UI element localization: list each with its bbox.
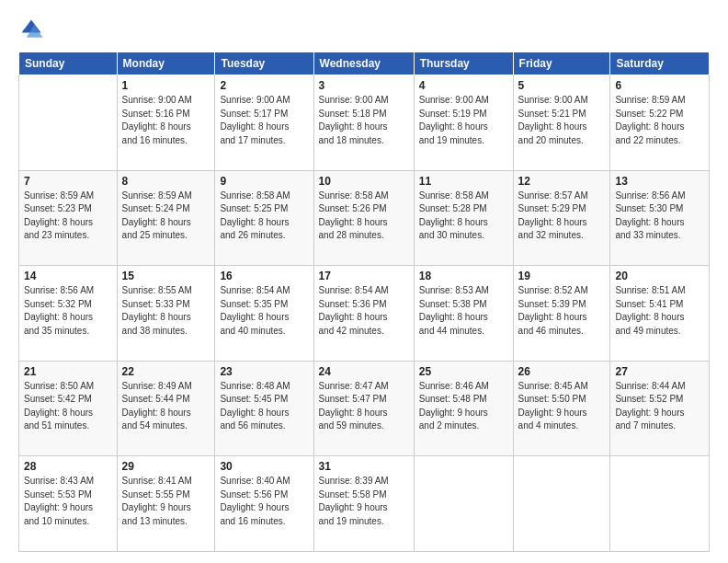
calendar-week-row: 21Sunrise: 8:50 AMSunset: 5:42 PMDayligh…	[19, 361, 710, 456]
calendar-cell: 2Sunrise: 9:00 AMSunset: 5:17 PMDaylight…	[215, 75, 313, 171]
calendar-cell: 21Sunrise: 8:50 AMSunset: 5:42 PMDayligh…	[19, 361, 118, 456]
day-info: Sunrise: 8:55 AMSunset: 5:33 PMDaylight:…	[122, 284, 210, 338]
day-number: 15	[122, 270, 210, 282]
calendar-cell: 23Sunrise: 8:48 AMSunset: 5:45 PMDayligh…	[215, 361, 313, 456]
day-info: Sunrise: 9:00 AMSunset: 5:19 PMDaylight:…	[419, 94, 508, 147]
calendar-cell: 24Sunrise: 8:47 AMSunset: 5:47 PMDayligh…	[313, 361, 414, 456]
calendar-week-row: 28Sunrise: 8:43 AMSunset: 5:53 PMDayligh…	[19, 456, 710, 552]
calendar-cell: 19Sunrise: 8:52 AMSunset: 5:39 PMDayligh…	[513, 266, 610, 362]
day-header-monday: Monday	[117, 52, 215, 75]
calendar-week-row: 7Sunrise: 8:59 AMSunset: 5:23 PMDaylight…	[19, 170, 710, 266]
day-info: Sunrise: 8:46 AMSunset: 5:48 PMDaylight:…	[419, 380, 508, 433]
calendar-week-row: 14Sunrise: 8:56 AMSunset: 5:32 PMDayligh…	[19, 266, 710, 362]
day-number: 22	[122, 365, 210, 378]
calendar-week-row: 1Sunrise: 9:00 AMSunset: 5:16 PMDaylight…	[19, 75, 710, 171]
day-info: Sunrise: 8:51 AMSunset: 5:41 PMDaylight:…	[615, 284, 704, 338]
calendar-cell: 1Sunrise: 9:00 AMSunset: 5:16 PMDaylight…	[117, 75, 215, 171]
calendar-cell: 4Sunrise: 9:00 AMSunset: 5:19 PMDaylight…	[414, 75, 513, 171]
calendar-cell: 25Sunrise: 8:46 AMSunset: 5:48 PMDayligh…	[414, 361, 513, 456]
logo	[18, 17, 48, 42]
page: SundayMondayTuesdayWednesdayThursdayFrid…	[0, 0, 728, 563]
day-info: Sunrise: 8:58 AMSunset: 5:26 PMDaylight:…	[319, 190, 409, 243]
day-info: Sunrise: 8:58 AMSunset: 5:25 PMDaylight:…	[220, 190, 308, 243]
calendar-cell: 26Sunrise: 8:45 AMSunset: 5:50 PMDayligh…	[513, 361, 610, 456]
calendar-cell	[19, 75, 118, 171]
day-number: 30	[220, 460, 308, 473]
day-info: Sunrise: 8:45 AMSunset: 5:50 PMDaylight:…	[518, 380, 606, 433]
calendar-cell: 22Sunrise: 8:49 AMSunset: 5:44 PMDayligh…	[117, 361, 215, 456]
day-info: Sunrise: 8:59 AMSunset: 5:22 PMDaylight:…	[615, 94, 704, 147]
calendar-cell: 29Sunrise: 8:41 AMSunset: 5:55 PMDayligh…	[117, 456, 215, 552]
day-number: 27	[615, 365, 704, 378]
day-header-tuesday: Tuesday	[215, 52, 313, 75]
day-info: Sunrise: 9:00 AMSunset: 5:16 PMDaylight:…	[122, 94, 210, 147]
calendar-cell	[414, 456, 513, 552]
day-number: 9	[220, 175, 308, 188]
day-number: 6	[615, 79, 704, 92]
day-number: 21	[24, 365, 112, 378]
day-number: 25	[419, 365, 508, 378]
day-info: Sunrise: 8:39 AMSunset: 5:58 PMDaylight:…	[319, 475, 409, 528]
day-number: 29	[122, 460, 210, 473]
calendar-cell	[610, 456, 710, 552]
day-info: Sunrise: 8:58 AMSunset: 5:28 PMDaylight:…	[419, 190, 508, 243]
calendar-cell: 13Sunrise: 8:56 AMSunset: 5:30 PMDayligh…	[610, 170, 710, 266]
day-number: 18	[419, 270, 508, 282]
day-info: Sunrise: 8:48 AMSunset: 5:45 PMDaylight:…	[220, 380, 308, 433]
day-header-thursday: Thursday	[414, 52, 513, 75]
header	[18, 17, 710, 42]
day-number: 23	[220, 365, 308, 378]
day-info: Sunrise: 8:57 AMSunset: 5:29 PMDaylight:…	[518, 190, 606, 243]
day-number: 24	[319, 365, 409, 378]
day-header-wednesday: Wednesday	[313, 52, 414, 75]
day-number: 26	[518, 365, 606, 378]
day-info: Sunrise: 8:43 AMSunset: 5:53 PMDaylight:…	[24, 475, 112, 528]
day-info: Sunrise: 8:59 AMSunset: 5:24 PMDaylight:…	[122, 190, 210, 243]
day-number: 20	[615, 270, 704, 282]
day-number: 8	[122, 175, 210, 188]
calendar-cell	[513, 456, 610, 552]
day-number: 16	[220, 270, 308, 282]
day-info: Sunrise: 8:44 AMSunset: 5:52 PMDaylight:…	[615, 380, 704, 433]
day-number: 4	[419, 79, 508, 92]
day-header-friday: Friday	[513, 52, 610, 75]
calendar-cell: 14Sunrise: 8:56 AMSunset: 5:32 PMDayligh…	[19, 266, 118, 362]
calendar-cell: 28Sunrise: 8:43 AMSunset: 5:53 PMDayligh…	[19, 456, 118, 552]
calendar: SundayMondayTuesdayWednesdayThursdayFrid…	[18, 52, 710, 552]
calendar-cell: 5Sunrise: 9:00 AMSunset: 5:21 PMDaylight…	[513, 75, 610, 171]
day-number: 3	[319, 79, 409, 92]
day-number: 12	[518, 175, 606, 188]
calendar-cell: 10Sunrise: 8:58 AMSunset: 5:26 PMDayligh…	[313, 170, 414, 266]
calendar-cell: 7Sunrise: 8:59 AMSunset: 5:23 PMDaylight…	[19, 170, 118, 266]
day-number: 31	[319, 460, 409, 473]
calendar-cell: 12Sunrise: 8:57 AMSunset: 5:29 PMDayligh…	[513, 170, 610, 266]
day-info: Sunrise: 8:54 AMSunset: 5:36 PMDaylight:…	[319, 284, 409, 338]
day-number: 10	[319, 175, 409, 188]
day-header-saturday: Saturday	[610, 52, 710, 75]
calendar-cell: 17Sunrise: 8:54 AMSunset: 5:36 PMDayligh…	[313, 266, 414, 362]
day-number: 11	[419, 175, 508, 188]
day-number: 17	[319, 270, 409, 282]
day-info: Sunrise: 8:41 AMSunset: 5:55 PMDaylight:…	[122, 475, 210, 528]
day-info: Sunrise: 8:40 AMSunset: 5:56 PMDaylight:…	[220, 475, 308, 528]
day-number: 13	[615, 175, 704, 188]
day-info: Sunrise: 9:00 AMSunset: 5:21 PMDaylight:…	[518, 94, 606, 147]
calendar-cell: 3Sunrise: 9:00 AMSunset: 5:18 PMDaylight…	[313, 75, 414, 171]
day-info: Sunrise: 8:50 AMSunset: 5:42 PMDaylight:…	[24, 380, 112, 433]
day-number: 5	[518, 79, 606, 92]
day-number: 2	[220, 79, 308, 92]
calendar-cell: 20Sunrise: 8:51 AMSunset: 5:41 PMDayligh…	[610, 266, 710, 362]
calendar-cell: 18Sunrise: 8:53 AMSunset: 5:38 PMDayligh…	[414, 266, 513, 362]
day-info: Sunrise: 8:59 AMSunset: 5:23 PMDaylight:…	[24, 190, 112, 243]
day-number: 28	[24, 460, 112, 473]
calendar-cell: 16Sunrise: 8:54 AMSunset: 5:35 PMDayligh…	[215, 266, 313, 362]
day-info: Sunrise: 9:00 AMSunset: 5:18 PMDaylight:…	[319, 94, 409, 147]
calendar-cell: 30Sunrise: 8:40 AMSunset: 5:56 PMDayligh…	[215, 456, 313, 552]
day-info: Sunrise: 8:49 AMSunset: 5:44 PMDaylight:…	[122, 380, 210, 433]
calendar-cell: 31Sunrise: 8:39 AMSunset: 5:58 PMDayligh…	[313, 456, 414, 552]
calendar-cell: 27Sunrise: 8:44 AMSunset: 5:52 PMDayligh…	[610, 361, 710, 456]
logo-icon	[18, 17, 44, 42]
day-info: Sunrise: 8:56 AMSunset: 5:32 PMDaylight:…	[24, 284, 112, 338]
calendar-cell: 6Sunrise: 8:59 AMSunset: 5:22 PMDaylight…	[610, 75, 710, 171]
day-info: Sunrise: 8:47 AMSunset: 5:47 PMDaylight:…	[319, 380, 409, 433]
